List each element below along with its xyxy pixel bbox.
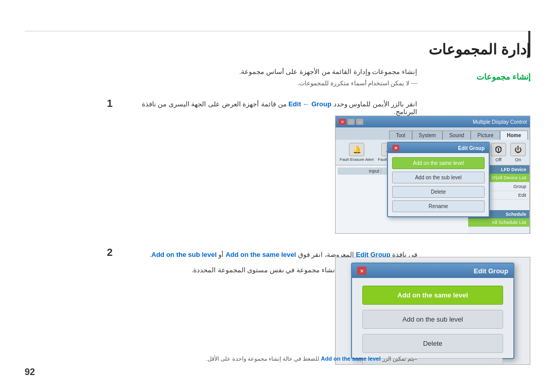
ss2-add-same-level-btn[interactable]: Add on the same level — [362, 286, 503, 305]
schedule-list-item[interactable]: All Schedule List — [468, 218, 529, 227]
ss1-title-text: Multiple Display Control — [473, 119, 527, 125]
power-on-icon[interactable]: ⏻ — [510, 143, 526, 156]
add-sub-ref: Add on the sub level — [152, 251, 217, 258]
bottom-note: –يتم تمكين الزر Add on the same level لل… — [76, 356, 417, 362]
fault-erasure-group: 🔔 Fault Erasure Alert — [340, 143, 374, 162]
page-number: 92 — [25, 367, 35, 378]
screenshot1: Multiple Display Control ─ □ ✕ Home Pict… — [335, 116, 530, 234]
ss1-popup-body: Add on the same level Add on the sub lev… — [388, 153, 489, 216]
fault-erasure-icon[interactable]: 🔔 — [349, 143, 364, 156]
power-off-group: ⏼ Off — [491, 143, 506, 162]
power-on-label: On — [515, 157, 521, 162]
tab-picture[interactable]: Picture — [471, 130, 500, 140]
section-title: إنشاء مجموعات — [476, 72, 530, 82]
fault-erasure-label: Fault Erasure Alert — [340, 157, 374, 162]
ss1-rename-btn[interactable]: Rename — [392, 200, 485, 212]
step1-number: 1 — [107, 98, 113, 109]
maximize-icon[interactable]: □ — [347, 119, 355, 125]
power-off-icon[interactable]: ⏼ — [491, 143, 506, 156]
step1-content: انقر بالزر الأيمن للماوس وحدد Edit ← Gro… — [142, 100, 417, 116]
power-off-label: Off — [495, 157, 502, 162]
screenshot2: Edit Group ✕ Add on the same level Add o… — [335, 257, 530, 365]
tab-sound[interactable]: Sound — [442, 130, 471, 140]
minimize-icon[interactable]: ─ — [356, 119, 363, 125]
bullet-description: : إنشاء مجموعة في نفس مستوى المجموعة الم… — [191, 266, 341, 274]
ss2-add-sub-level-btn[interactable]: Add on the sub level — [362, 310, 503, 329]
ss1-popup-title-text: Edit Group — [458, 145, 485, 151]
ss1-titlebar: Multiple Display Control ─ □ ✕ — [336, 116, 530, 127]
close-icon[interactable]: ✕ — [339, 119, 346, 125]
ss1-edit-group-popup: Edit Group ✕ Add on the same level Add o… — [387, 142, 490, 217]
add-same-ref: Add on the same level — [226, 251, 296, 258]
ss1-tabs: Home Picture Sound System Tool — [336, 127, 530, 140]
col-input2: Input — [340, 169, 381, 174]
tab-tool[interactable]: Tool — [389, 130, 412, 140]
step1-text: انقر بالزر الأيمن للماوس وحدد Edit ← Gro… — [127, 100, 417, 116]
main-title: إدارة المجموعات — [429, 41, 530, 58]
step2-number: 2 — [107, 247, 113, 258]
ss2-container: Edit Group ✕ Add on the same level Add o… — [336, 257, 530, 364]
ss1-popup-titlebar: Edit Group ✕ — [388, 143, 489, 153]
intro-text-1: إنشاء مجموعات وإدارة القائمة من الأجهزة … — [127, 67, 417, 78]
ss1-container: Multiple Display Control ─ □ ✕ Home Pict… — [336, 116, 530, 233]
ss1-add-same-level-btn[interactable]: Add on the same level — [392, 157, 485, 169]
tab-home[interactable]: Home — [500, 130, 528, 140]
ss2-dialog: Edit Group ✕ Add on the same level Add o… — [351, 263, 514, 359]
ss2-close-btn[interactable]: ✕ — [357, 267, 366, 275]
ss2-titlebar: Edit Group ✕ — [352, 264, 513, 278]
ss1-window-controls: ─ □ ✕ — [339, 119, 363, 125]
bottom-note-add-same: Add on the same level — [321, 356, 381, 362]
ss2-title-text: Edit Group — [474, 267, 508, 275]
ss2-body: Add on the same level Add on the sub lev… — [352, 278, 513, 365]
ss1-popup-close-btn[interactable]: ✕ — [392, 145, 399, 151]
ss1-add-sub-level-btn[interactable]: Add on the sub level — [392, 172, 485, 183]
intro-text-2: — لا يمكن استخدام أسماء متكررة للمجموعات… — [127, 80, 417, 87]
ss1-delete-btn[interactable]: Delete — [392, 186, 485, 198]
content-area: إدارة المجموعات إنشاء مجموعات إنشاء مجمو… — [25, 31, 530, 367]
power-on-group: ⏻ On — [510, 143, 526, 162]
tab-system[interactable]: System — [412, 130, 442, 140]
ss2-delete-btn[interactable]: Delete — [362, 334, 503, 353]
